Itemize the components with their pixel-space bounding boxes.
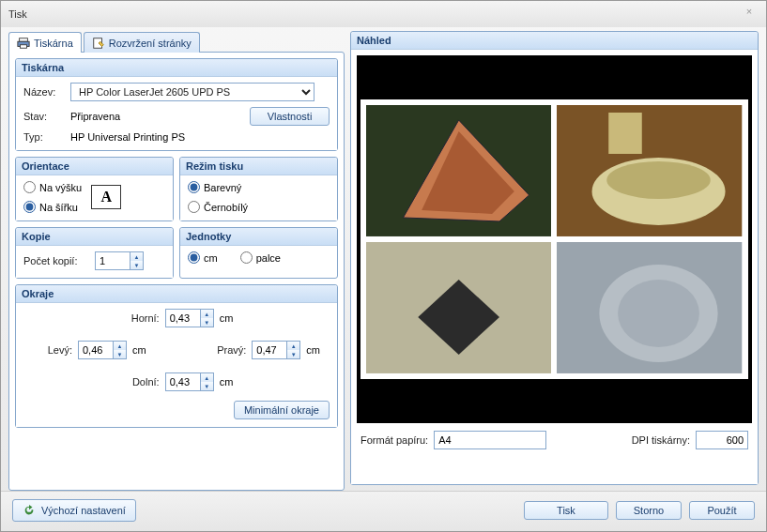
paper-format-input[interactable] [434, 431, 546, 449]
group-orientation-title: Orientace [16, 158, 173, 175]
group-margins-title: Okraje [16, 285, 337, 303]
print-button[interactable]: Tisk [524, 501, 608, 520]
dpi-label: DPI tiskárny: [632, 434, 690, 446]
printer-name-label: Název: [23, 86, 65, 98]
group-margins: Okraje Horní: ▲▼ cm Levý: ▲▼ cm [15, 284, 338, 428]
printer-type-label: Typ: [23, 131, 65, 143]
preview-thumb-3 [366, 242, 551, 373]
copies-label: Počet kopií: [23, 255, 89, 266]
margin-unit: cm [220, 312, 234, 324]
print-mode-bw-label: Černobílý [204, 202, 248, 213]
margin-top-input[interactable] [166, 310, 200, 327]
preview-thumb-4 [557, 242, 742, 373]
group-print-mode: Režim tisku Barevný Černobílý [179, 157, 338, 221]
group-printer-title: Tiskárna [16, 59, 337, 77]
print-dialog: Tisk × Tiskárna Rozvržení stránky [0, 0, 767, 532]
defaults-button[interactable]: Výchozí nastavení [12, 499, 136, 522]
margin-bottom-spinner[interactable]: ▲▼ [165, 372, 214, 391]
group-units: Jednotky cm palce [179, 227, 338, 279]
up-arrow-icon[interactable]: ▲ [130, 252, 143, 261]
group-orientation: Orientace Na výšku Na šířku A [15, 157, 174, 221]
group-copies: Kopie Počet kopií: ▲▼ [15, 227, 174, 279]
properties-button[interactable]: Vlastnosti [250, 107, 330, 126]
preview-frame [357, 55, 752, 423]
orientation-portrait-radio[interactable]: Na výšku [23, 181, 82, 193]
close-icon[interactable]: × [740, 6, 759, 23]
min-margins-button[interactable]: Minimální okraje [234, 401, 330, 419]
orientation-icon: A [91, 185, 121, 209]
window-title: Tisk [8, 8, 740, 20]
apply-button[interactable]: Použít [689, 501, 755, 520]
footer: Výchozí nastavení Tisk Storno Použít [1, 491, 766, 531]
margin-right-label: Pravý: [207, 344, 246, 356]
group-units-title: Jednotky [180, 228, 337, 246]
cancel-button[interactable]: Storno [616, 501, 682, 520]
svg-rect-8 [609, 113, 643, 154]
down-arrow-icon[interactable]: ▼ [201, 318, 213, 327]
preview-page [360, 99, 748, 379]
paper-format-label: Formát papíru: [360, 434, 428, 446]
printer-name-select[interactable]: HP Color LaserJet 2605 UPD PS [70, 83, 314, 101]
tab-layout-label: Rozvržení stránky [109, 38, 192, 49]
units-inch-label: palce [256, 252, 281, 264]
printer-status-value: Připravena [70, 111, 244, 122]
margin-right-spinner[interactable]: ▲▼ [252, 341, 300, 359]
tab-printer-label: Tiskárna [34, 38, 73, 49]
margin-bottom-label: Dolní: [120, 376, 160, 388]
print-mode-color-label: Barevný [204, 182, 241, 193]
tab-layout[interactable]: Rozvržení stránky [84, 32, 200, 53]
svg-point-15 [619, 280, 700, 347]
group-printer: Tiskárna Název: HP Color LaserJet 2605 U… [15, 58, 338, 151]
margin-unit: cm [220, 376, 234, 388]
down-arrow-icon[interactable]: ▼ [201, 382, 213, 390]
orientation-portrait-label: Na výšku [39, 182, 82, 193]
copies-spinner[interactable]: ▲▼ [95, 251, 144, 270]
margin-left-label: Levý: [33, 344, 72, 356]
preview-thumb-1 [366, 105, 551, 236]
printer-icon [17, 37, 30, 50]
refresh-icon [23, 504, 36, 517]
tabstrip: Tiskárna Rozvržení stránky [8, 32, 345, 53]
svg-rect-2 [21, 44, 27, 48]
up-arrow-icon[interactable]: ▲ [201, 310, 213, 318]
units-cm-radio[interactable]: cm [188, 251, 218, 264]
margin-unit: cm [306, 344, 320, 356]
units-inch-radio[interactable]: palce [240, 251, 281, 264]
printer-status-label: Stav: [23, 111, 65, 122]
titlebar: Tisk × [1, 1, 766, 27]
down-arrow-icon[interactable]: ▼ [114, 350, 126, 358]
tab-printer-page: Tiskárna Název: HP Color LaserJet 2605 U… [8, 52, 345, 491]
up-arrow-icon[interactable]: ▲ [201, 373, 213, 382]
margin-unit: cm [132, 344, 146, 356]
down-arrow-icon[interactable]: ▼ [287, 350, 299, 358]
orientation-landscape-label: Na šířku [39, 202, 78, 213]
print-mode-color-radio[interactable]: Barevný [188, 181, 330, 193]
dpi-input[interactable] [696, 431, 748, 449]
group-copies-title: Kopie [16, 228, 173, 246]
svg-point-10 [607, 161, 711, 199]
orientation-landscape-radio[interactable]: Na šířku [23, 201, 82, 213]
margin-top-spinner[interactable]: ▲▼ [165, 309, 214, 327]
margin-right-input[interactable] [253, 342, 286, 358]
up-arrow-icon[interactable]: ▲ [114, 342, 126, 350]
up-arrow-icon[interactable]: ▲ [287, 342, 299, 350]
tab-printer[interactable]: Tiskárna [8, 32, 82, 53]
group-preview-title: Náhled [351, 32, 758, 50]
layout-icon [92, 37, 105, 50]
units-cm-label: cm [204, 252, 218, 264]
group-preview: Náhled Formát papíru: [350, 31, 759, 485]
margin-left-input[interactable] [79, 342, 113, 358]
margin-left-spinner[interactable]: ▲▼ [78, 341, 127, 359]
printer-type-value: HP Universal Printing PS [70, 131, 185, 143]
group-print-mode-title: Režim tisku [180, 158, 337, 175]
down-arrow-icon[interactable]: ▼ [130, 261, 143, 269]
svg-rect-0 [20, 38, 28, 41]
defaults-label: Výchozí nastavení [41, 505, 126, 516]
print-mode-bw-radio[interactable]: Černobílý [188, 201, 330, 213]
copies-input[interactable] [96, 252, 130, 269]
margin-top-label: Horní: [120, 312, 160, 324]
margin-bottom-input[interactable] [166, 373, 200, 390]
preview-thumb-2 [557, 105, 742, 236]
